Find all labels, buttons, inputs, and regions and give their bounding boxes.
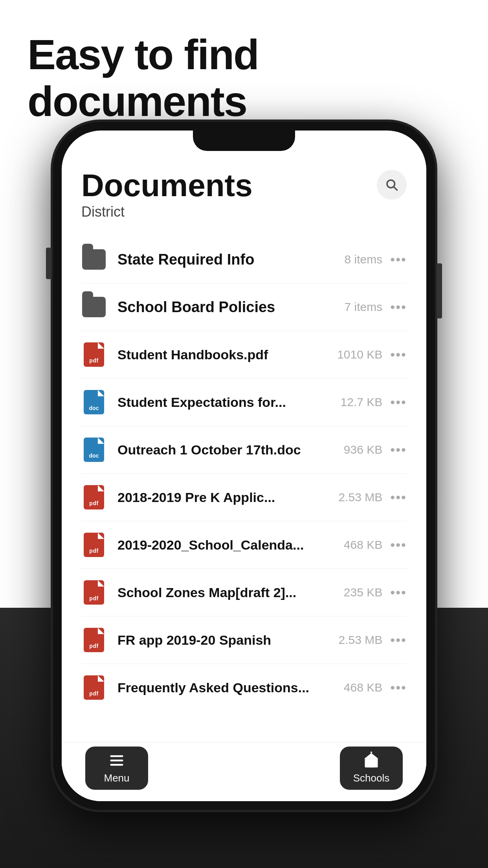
- item-meta: 235 KB: [344, 586, 382, 599]
- phone-screen: Documents District State Re: [62, 131, 426, 801]
- menu-tab-label: Menu: [104, 772, 129, 784]
- schools-tab-button[interactable]: Schools: [340, 747, 403, 790]
- document-list: State Required Info 8 items ••• School B…: [62, 228, 426, 711]
- item-info: State Required Info: [117, 251, 337, 268]
- pdf-icon: [81, 485, 106, 510]
- item-name: Outreach 1 October 17th.doc: [117, 442, 336, 458]
- item-meta: 8 items: [345, 253, 383, 266]
- more-options-button[interactable]: •••: [390, 537, 407, 553]
- app-header: Documents District: [62, 154, 426, 228]
- list-item[interactable]: Student Expectations for... 12.7 KB •••: [81, 379, 407, 426]
- more-options-button[interactable]: •••: [390, 680, 407, 695]
- menu-tab-button[interactable]: Menu: [85, 747, 148, 790]
- item-info: Frequently Asked Questions...: [117, 680, 336, 695]
- item-name: Student Handbooks.pdf: [117, 347, 329, 362]
- folder-icon: [81, 247, 106, 272]
- item-info: Outreach 1 October 17th.doc: [117, 442, 336, 458]
- svg-rect-10: [371, 752, 372, 753]
- tab-bar: Menu Schools: [62, 742, 426, 801]
- app-subtitle: District: [81, 204, 407, 220]
- item-meta: 2.53 MB: [339, 633, 383, 647]
- item-info: School Zones Map[draft 2]...: [117, 585, 336, 600]
- list-item[interactable]: Frequently Asked Questions... 468 KB •••: [81, 664, 407, 711]
- phone-notch: [193, 131, 295, 151]
- svg-rect-4: [110, 764, 123, 766]
- item-meta: 468 KB: [344, 681, 382, 694]
- list-item[interactable]: State Required Info 8 items •••: [81, 236, 407, 283]
- page-headline: Easy to find documents: [28, 31, 460, 125]
- item-name: FR app 2019-20 Spanish: [117, 633, 331, 648]
- item-name: 2019-2020_School_Calenda...: [117, 537, 336, 553]
- list-item[interactable]: 2019-2020_School_Calenda... 468 KB •••: [81, 521, 407, 569]
- doc-icon: [81, 437, 106, 462]
- list-item[interactable]: FR app 2019-20 Spanish 2.53 MB •••: [81, 616, 407, 664]
- phone-frame: Documents District State Re: [53, 122, 435, 810]
- item-name: Frequently Asked Questions...: [117, 680, 336, 695]
- item-name: 2018-2019 Pre K Applic...: [117, 490, 331, 505]
- folder-icon: [81, 294, 106, 320]
- list-item[interactable]: School Zones Map[draft 2]... 235 KB •••: [81, 569, 407, 616]
- list-item[interactable]: Outreach 1 October 17th.doc 936 KB •••: [81, 426, 407, 474]
- item-info: Student Expectations for...: [117, 395, 333, 410]
- item-info: 2019-2020_School_Calenda...: [117, 537, 336, 553]
- more-options-button[interactable]: •••: [390, 633, 407, 648]
- svg-line-1: [394, 187, 397, 190]
- pdf-icon: [81, 675, 106, 700]
- list-item[interactable]: 2018-2019 Pre K Applic... 2.53 MB •••: [81, 474, 407, 521]
- more-options-button[interactable]: •••: [390, 252, 407, 267]
- pdf-icon: [81, 580, 106, 605]
- more-options-button[interactable]: •••: [390, 442, 407, 458]
- more-options-button[interactable]: •••: [390, 347, 407, 362]
- schools-tab-label: Schools: [353, 772, 390, 784]
- schools-icon: [363, 752, 380, 769]
- search-button[interactable]: [377, 170, 407, 200]
- list-item[interactable]: Student Handbooks.pdf 1010 KB •••: [81, 331, 407, 379]
- item-info: School Board Policies: [117, 299, 337, 316]
- more-options-button[interactable]: •••: [390, 300, 407, 315]
- pdf-icon: [81, 627, 106, 653]
- item-meta: 1010 KB: [337, 348, 382, 361]
- pdf-icon: [81, 342, 106, 367]
- item-name: School Zones Map[draft 2]...: [117, 585, 336, 600]
- list-item[interactable]: School Board Policies 7 items •••: [81, 283, 407, 331]
- doc-icon: [81, 390, 106, 415]
- app-title: Documents: [81, 170, 407, 201]
- more-options-button[interactable]: •••: [390, 395, 407, 410]
- svg-rect-7: [367, 761, 369, 763]
- item-name: School Board Policies: [117, 299, 337, 316]
- svg-rect-2: [110, 755, 123, 757]
- search-icon: [385, 178, 399, 192]
- item-name: State Required Info: [117, 251, 337, 268]
- svg-rect-6: [369, 762, 374, 768]
- item-meta: 7 items: [345, 300, 383, 314]
- item-meta: 936 KB: [344, 443, 382, 456]
- svg-rect-3: [110, 760, 123, 761]
- pdf-icon: [81, 532, 106, 557]
- screen-content: Documents District State Re: [62, 154, 426, 801]
- item-info: Student Handbooks.pdf: [117, 347, 329, 362]
- more-options-button[interactable]: •••: [390, 490, 407, 505]
- item-meta: 12.7 KB: [341, 395, 383, 409]
- menu-icon: [108, 752, 125, 769]
- item-name: Student Expectations for...: [117, 395, 333, 410]
- item-meta: 468 KB: [344, 538, 382, 552]
- more-options-button[interactable]: •••: [390, 585, 407, 600]
- item-info: 2018-2019 Pre K Applic...: [117, 490, 331, 505]
- svg-rect-8: [374, 761, 376, 763]
- item-meta: 2.53 MB: [339, 491, 383, 504]
- item-info: FR app 2019-20 Spanish: [117, 633, 331, 648]
